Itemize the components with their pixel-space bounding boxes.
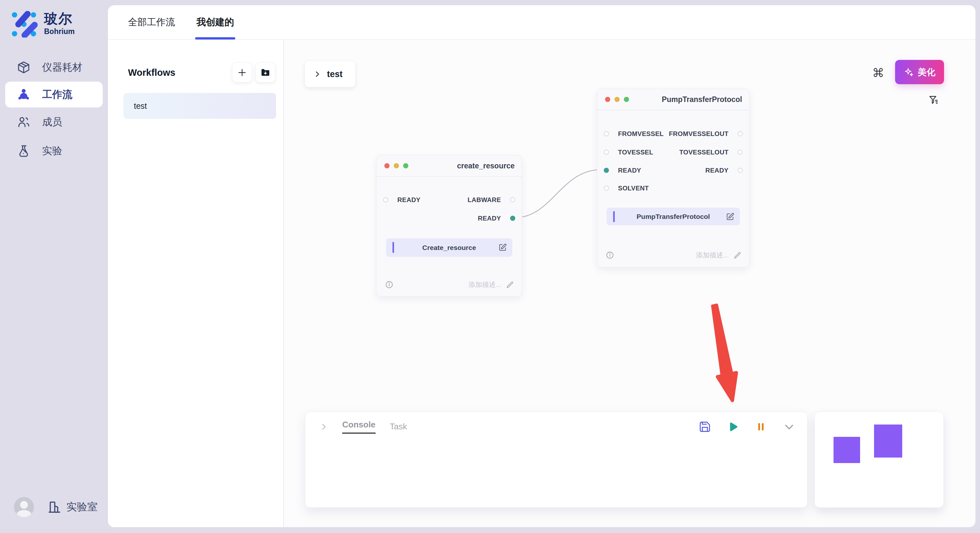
pencil-icon[interactable] — [506, 281, 514, 289]
sidebar-item-label: 仪器耗材 — [42, 60, 82, 74]
light-yellow — [394, 163, 399, 168]
workflows-title: Workflows — [128, 67, 175, 78]
description-placeholder[interactable]: 添加描述... — [696, 251, 729, 260]
traffic-lights — [384, 163, 408, 168]
beautify-label: 美化 — [918, 67, 935, 78]
plus-icon — [237, 68, 247, 78]
sidebar: 玻尔 Bohrium 仪器耗材 工作流 成员 — [0, 0, 108, 533]
node-function-chip[interactable]: PumpTransferProtocol — [607, 208, 740, 225]
node-create-resource[interactable]: create_resource READY LABWARE READY — [376, 155, 522, 297]
save-icon — [699, 420, 711, 433]
node-header: PumpTransferProtocol — [597, 89, 749, 110]
pencil-icon[interactable] — [733, 251, 741, 259]
port-label: READY — [478, 215, 501, 222]
workflow-tabbar: 全部工作流 我创建的 — [108, 5, 975, 40]
sidebar-item-label: 工作流 — [42, 88, 72, 102]
breadcrumb-label: test — [327, 69, 342, 79]
light-yellow — [614, 97, 620, 102]
sidebar-item-experiment[interactable]: 实验 — [0, 136, 108, 165]
input-port-tovessel[interactable] — [604, 150, 609, 155]
input-port-fromvessel[interactable] — [604, 131, 609, 136]
workflow-list-item-test[interactable]: test — [124, 93, 276, 119]
collapse-button[interactable] — [782, 420, 796, 434]
node-title: create_resource — [457, 162, 515, 170]
experiment-icon — [17, 144, 30, 158]
beautify-button[interactable]: 美化 — [895, 60, 944, 84]
output-port-fromvesselout[interactable] — [738, 131, 743, 136]
pause-icon — [755, 421, 767, 433]
tab-console[interactable]: Console — [342, 420, 375, 434]
port-label: FROMVESSEL — [618, 130, 664, 138]
filter-button[interactable] — [926, 92, 942, 108]
light-red — [384, 163, 390, 168]
package-icon — [17, 60, 30, 74]
annotation-arrow — [708, 303, 744, 406]
input-port-solvent[interactable] — [604, 186, 609, 191]
sidebar-nav: 仪器耗材 工作流 成员 实验 — [0, 53, 108, 165]
sparkles-icon — [904, 67, 914, 78]
node-function-chip[interactable]: Create_resource — [386, 238, 512, 257]
light-green — [403, 163, 408, 168]
port-label: TOVESSEL — [618, 149, 653, 156]
members-icon — [17, 115, 30, 129]
brand-title: 玻尔 — [44, 11, 75, 27]
sidebar-item-instruments[interactable]: 仪器耗材 — [0, 53, 108, 82]
input-port-ready[interactable] — [383, 197, 388, 202]
minimap[interactable] — [815, 412, 944, 508]
run-button[interactable] — [727, 420, 740, 433]
output-port-labware[interactable] — [510, 197, 515, 202]
brand-subtitle: Bohrium — [44, 27, 75, 36]
port-label: READY — [705, 167, 729, 174]
edit-icon[interactable] — [498, 243, 507, 252]
workflows-panel: Workflows test — [108, 40, 284, 527]
workflow-canvas[interactable]: test 美化 — [284, 40, 975, 527]
pause-button[interactable] — [755, 421, 767, 433]
info-icon[interactable] — [385, 281, 393, 289]
main-panel: 全部工作流 我创建的 Workflows — [108, 5, 975, 527]
console-panel: Console Task — [305, 412, 808, 508]
light-green — [624, 97, 629, 102]
add-workflow-button[interactable] — [232, 62, 252, 82]
chip-accent-bar — [613, 211, 615, 222]
folder-download-icon — [260, 67, 270, 78]
port-label: LABWARE — [468, 196, 501, 204]
light-red — [605, 97, 610, 102]
input-port-ready-connected[interactable] — [604, 168, 609, 173]
output-port-ready-connected[interactable] — [510, 216, 515, 221]
output-port-ready[interactable] — [738, 168, 743, 173]
workflow-user-icon — [17, 88, 30, 102]
tab-created-by-me[interactable]: 我创建的 — [196, 5, 234, 40]
breadcrumb[interactable]: test — [305, 61, 355, 87]
info-icon[interactable] — [606, 251, 614, 259]
traffic-lights — [605, 97, 629, 102]
save-button[interactable] — [699, 420, 711, 433]
tab-task[interactable]: Task — [390, 422, 407, 431]
sidebar-item-label: 实验 — [42, 144, 62, 158]
play-icon — [727, 420, 740, 433]
shortcuts-button[interactable] — [872, 66, 885, 79]
sidebar-item-label: 成员 — [42, 115, 62, 129]
port-label: READY — [618, 167, 641, 174]
edit-icon[interactable] — [725, 212, 735, 221]
description-placeholder[interactable]: 添加描述... — [468, 280, 501, 289]
node-pump-transfer-protocol[interactable]: PumpTransferProtocol FROMVESSEL FROMVESS… — [597, 89, 749, 268]
avatar[interactable] — [14, 497, 34, 517]
command-icon — [873, 67, 884, 78]
port-label: TOVESSELOUT — [679, 149, 729, 156]
bohrium-logo-icon — [10, 11, 38, 38]
brand-logo: 玻尔 Bohrium — [10, 11, 75, 38]
chevron-down-icon — [782, 420, 796, 434]
lab-switcher[interactable]: 实验室 — [47, 500, 97, 514]
node-title: PumpTransferProtocol — [662, 95, 742, 104]
output-port-tovesselout[interactable] — [738, 150, 743, 155]
import-workflow-button[interactable] — [255, 62, 275, 82]
tab-all-workflows[interactable]: 全部工作流 — [128, 5, 175, 40]
port-label: SOLVENT — [618, 185, 649, 192]
port-label: FROMVESSELOUT — [669, 130, 729, 138]
filter-funnel-icon — [928, 94, 940, 106]
expand-chevron-icon[interactable] — [320, 423, 328, 431]
chip-accent-bar — [393, 242, 394, 253]
port-label: READY — [397, 196, 421, 204]
sidebar-item-workflow[interactable]: 工作流 — [5, 82, 103, 108]
sidebar-item-members[interactable]: 成员 — [0, 108, 108, 136]
